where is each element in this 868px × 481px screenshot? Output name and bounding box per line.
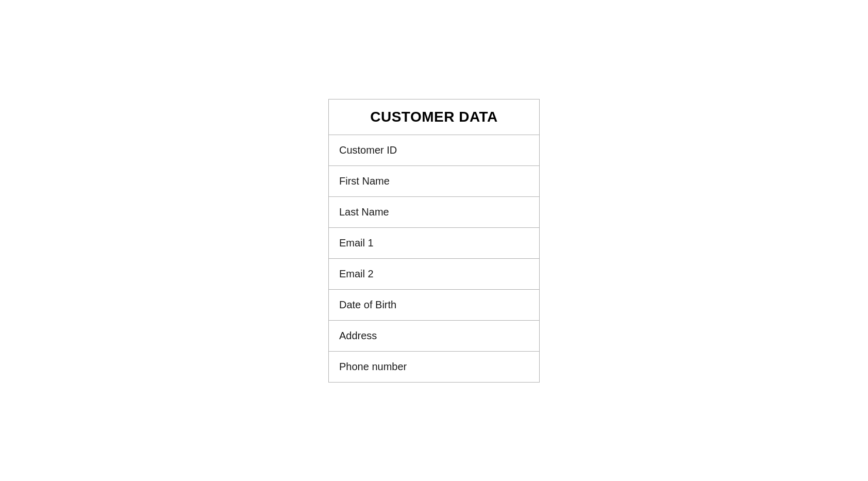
table-row: Last Name (329, 197, 539, 228)
table-row: Address (329, 321, 539, 352)
table-row: Phone number (329, 352, 539, 382)
row-label-last-name: Last Name (339, 206, 389, 218)
table-row: Customer ID (329, 135, 539, 166)
table-row: Date of Birth (329, 290, 539, 321)
table-row: Email 2 (329, 259, 539, 290)
row-label-date-of-birth: Date of Birth (339, 299, 396, 310)
row-label-email1: Email 1 (339, 237, 374, 248)
table-title: CUSTOMER DATA (370, 109, 498, 125)
row-label-first-name: First Name (339, 175, 390, 187)
table-header: CUSTOMER DATA (329, 99, 539, 135)
row-label-customer-id: Customer ID (339, 144, 397, 156)
row-label-address: Address (339, 330, 377, 341)
table-row: First Name (329, 166, 539, 197)
table-row: Email 1 (329, 228, 539, 259)
row-label-phone-number: Phone number (339, 361, 407, 372)
row-label-email2: Email 2 (339, 268, 374, 279)
customer-data-table: CUSTOMER DATA Customer ID First Name Las… (328, 99, 540, 383)
